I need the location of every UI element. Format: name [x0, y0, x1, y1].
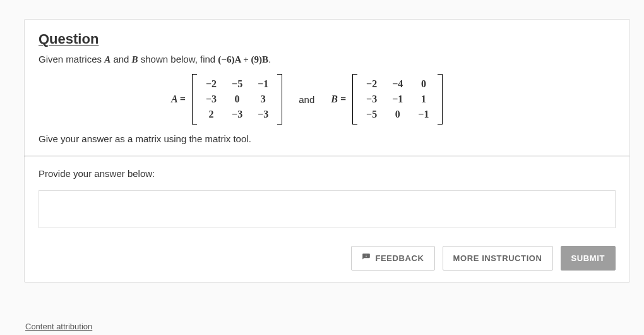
prompt-text: .: [268, 54, 271, 64]
matrices-row: A = −2 −5 −1 −3 0 3: [171, 74, 616, 125]
matrix-cell: −5: [224, 76, 250, 92]
prompt-text: Given matrices: [39, 54, 104, 64]
button-row: FEEDBACK MORE INSTRUCTION SUBMIT: [25, 240, 629, 282]
matrix-cell: −2: [359, 76, 385, 92]
answer-input[interactable]: [39, 190, 616, 228]
content-attribution-link[interactable]: Content attribution: [25, 322, 92, 331]
matrix-cell: −3: [198, 92, 224, 107]
matrix-cell: −3: [250, 107, 276, 122]
question-section: Question Given matrices A and B shown be…: [25, 20, 629, 155]
matrix-a: −2 −5 −1 −3 0 3 2 −3 −3: [192, 74, 282, 125]
prompt-text: shown below, find: [138, 54, 218, 64]
matrix-cell: −1: [250, 76, 276, 92]
answer-hint: Give your answer as a matrix using the m…: [39, 133, 616, 144]
expression: (−6)A + (9)B: [218, 54, 268, 64]
matrix-b-label: B =: [331, 94, 346, 105]
matrix-cell: −1: [410, 107, 436, 122]
more-instruction-label: MORE INSTRUCTION: [453, 253, 542, 263]
question-prompt: Given matrices A and B shown below, find…: [39, 54, 616, 65]
matrix-cell: 0: [385, 107, 410, 122]
question-heading: Question: [39, 31, 616, 47]
matrix-cell: −3: [224, 107, 250, 122]
var-b: B: [132, 54, 138, 64]
matrix-cell: 3: [250, 92, 276, 107]
question-card: Question Given matrices A and B shown be…: [24, 19, 630, 283]
submit-label: SUBMIT: [571, 253, 605, 263]
matrix-cell: 0: [410, 76, 436, 92]
matrix-cell: 1: [410, 92, 436, 107]
matrix-cell: −1: [385, 92, 410, 107]
prompt-text: and: [110, 54, 131, 64]
and-word: and: [299, 94, 314, 105]
answer-label: Provide your answer below:: [25, 157, 629, 190]
matrix-b-wrap: B = −2 −4 0 −3 −1 1: [331, 74, 443, 125]
matrix-cell: 2: [198, 107, 224, 122]
var-a: A: [104, 54, 110, 64]
matrix-cell: −4: [385, 76, 410, 92]
matrix-cell: −2: [198, 76, 224, 92]
matrix-b: −2 −4 0 −3 −1 1 −5 0 −1: [352, 74, 443, 125]
submit-button[interactable]: SUBMIT: [561, 246, 616, 271]
matrix-a-label: A =: [171, 94, 186, 105]
matrix-cell: 0: [224, 92, 250, 107]
feedback-label: FEEDBACK: [375, 253, 424, 263]
matrix-a-wrap: A = −2 −5 −1 −3 0 3: [171, 74, 282, 125]
matrix-cell: −3: [359, 92, 385, 107]
feedback-icon: [362, 253, 371, 264]
matrix-cell: −5: [359, 107, 385, 122]
more-instruction-button[interactable]: MORE INSTRUCTION: [443, 246, 553, 271]
feedback-button[interactable]: FEEDBACK: [351, 246, 434, 271]
